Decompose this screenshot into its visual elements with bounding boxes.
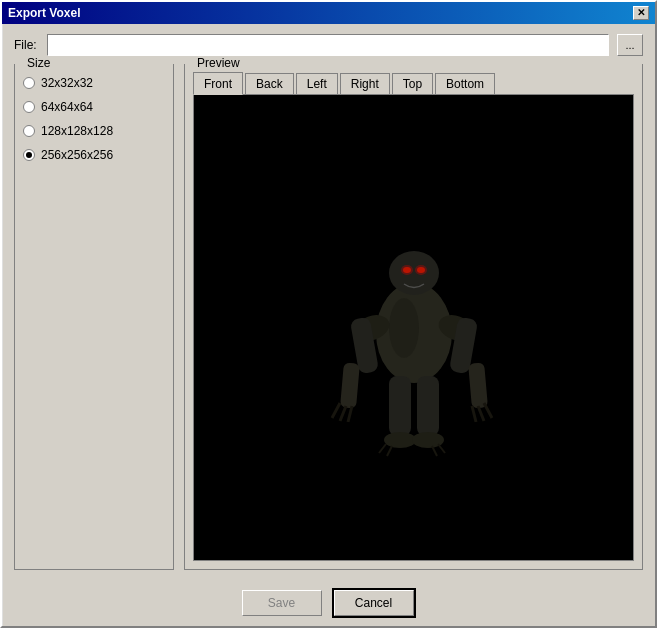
svg-rect-14 (389, 376, 411, 436)
svg-rect-6 (340, 362, 360, 408)
svg-line-21 (432, 446, 437, 456)
main-content: Size 32x32x32 64x64x64 128x128x128 256x2… (14, 64, 643, 570)
svg-line-19 (387, 446, 392, 456)
svg-line-12 (478, 406, 484, 421)
svg-point-24 (401, 265, 413, 275)
radio-64[interactable] (23, 101, 35, 113)
preview-tabs: Front Back Left Right Top Bottom (193, 72, 634, 94)
svg-line-20 (438, 444, 445, 453)
window-title: Export Voxel (8, 6, 80, 20)
tab-left[interactable]: Left (296, 73, 338, 94)
size-option-32[interactable]: 32x32x32 (23, 74, 165, 92)
svg-rect-7 (468, 362, 488, 408)
svg-line-10 (348, 406, 352, 422)
svg-line-11 (484, 403, 492, 418)
svg-rect-15 (417, 376, 439, 436)
dialog-body: File: ... Size 32x32x32 64x64x64 128x128 (2, 24, 655, 580)
cancel-button-wrap: Cancel (332, 588, 416, 618)
export-voxel-dialog: Export Voxel ✕ File: ... Size 32x32x32 6… (0, 0, 657, 628)
size-option-256[interactable]: 256x256x256 (23, 146, 165, 164)
tab-top[interactable]: Top (392, 73, 433, 94)
tab-back[interactable]: Back (245, 73, 294, 94)
radio-32[interactable] (23, 77, 35, 89)
size-group: Size 32x32x32 64x64x64 128x128x128 256x2… (14, 64, 174, 570)
preview-group-legend: Preview (193, 56, 244, 70)
radio-label-256: 256x256x256 (41, 148, 113, 162)
browse-button[interactable]: ... (617, 34, 643, 56)
radio-label-32: 32x32x32 (41, 76, 93, 90)
svg-point-1 (389, 251, 439, 295)
title-bar: Export Voxel ✕ (2, 2, 655, 24)
footer: Save Cancel (2, 580, 655, 626)
size-option-128[interactable]: 128x128x128 (23, 122, 165, 140)
file-label: File: (14, 38, 39, 52)
creature-preview (304, 188, 524, 468)
svg-line-18 (379, 444, 386, 453)
preview-group: Preview Front Back Left Right Top Bottom (184, 64, 643, 570)
tab-front[interactable]: Front (193, 72, 243, 95)
size-option-64[interactable]: 64x64x64 (23, 98, 165, 116)
file-row: File: ... (14, 34, 643, 56)
radio-label-64: 64x64x64 (41, 100, 93, 114)
svg-point-27 (389, 298, 419, 358)
size-group-legend: Size (23, 56, 54, 70)
cancel-button[interactable]: Cancel (334, 590, 414, 616)
svg-line-9 (340, 406, 346, 421)
svg-line-8 (332, 403, 340, 418)
close-button[interactable]: ✕ (633, 6, 649, 20)
svg-point-16 (384, 432, 416, 448)
file-input[interactable] (47, 34, 609, 56)
tab-bottom[interactable]: Bottom (435, 73, 495, 94)
radio-label-128: 128x128x128 (41, 124, 113, 138)
tab-right[interactable]: Right (340, 73, 390, 94)
radio-128[interactable] (23, 125, 35, 137)
radio-256[interactable] (23, 149, 35, 161)
preview-canvas (193, 94, 634, 561)
svg-point-25 (415, 265, 427, 275)
save-button[interactable]: Save (242, 590, 322, 616)
svg-line-13 (472, 406, 476, 422)
